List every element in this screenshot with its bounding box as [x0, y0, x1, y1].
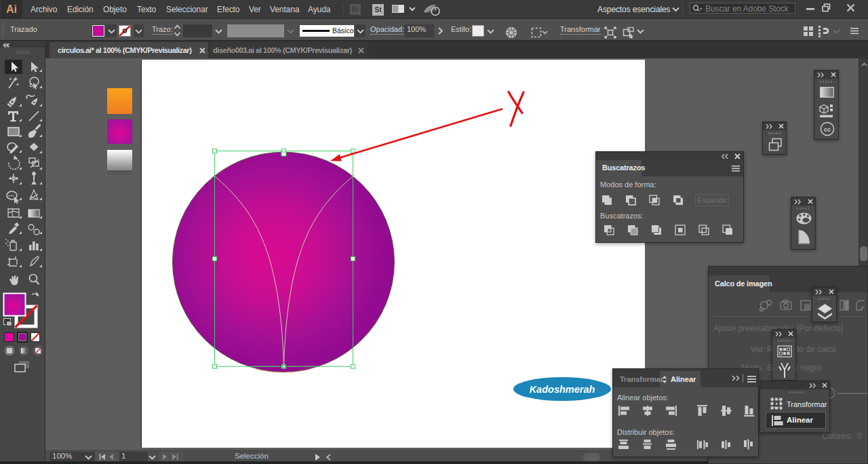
- svg-text:cc: cc: [824, 126, 831, 133]
